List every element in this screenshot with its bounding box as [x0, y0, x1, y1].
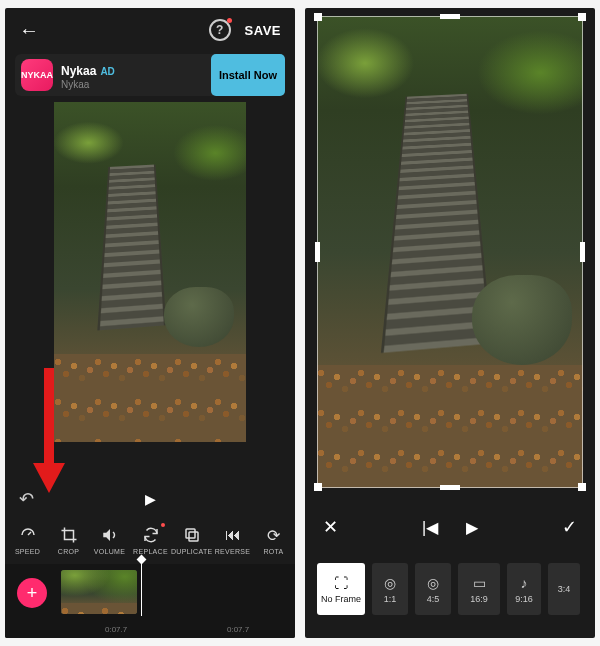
prev-frame-icon[interactable]: |◀: [422, 518, 438, 537]
ratio-4-5[interactable]: ◎ 4:5: [415, 563, 451, 615]
tool-replace[interactable]: REPLACE: [130, 525, 171, 555]
edit-toolbar: SPEED CROP VOLUME REPLACE DUPLICATE ⏮REV…: [5, 516, 295, 564]
ad-subtitle: Nykaa: [61, 79, 211, 90]
crop-handle-t[interactable]: [440, 14, 460, 19]
volume-icon: [89, 525, 130, 545]
save-button[interactable]: SAVE: [245, 23, 281, 38]
duplicate-icon: [171, 525, 212, 545]
top-bar: ← ? SAVE: [5, 8, 295, 52]
video-preview[interactable]: [54, 102, 246, 442]
ratio-1-1[interactable]: ◎ 1:1: [372, 563, 408, 615]
back-icon[interactable]: ←: [19, 19, 39, 42]
crop-handle-b[interactable]: [440, 485, 460, 490]
confirm-icon[interactable]: ✓: [562, 516, 577, 538]
ad-tag: AD: [100, 66, 114, 77]
instagram-icon: ◎: [427, 575, 439, 591]
aspect-ratio-bar: ⛶ No Frame ◎ 1:1 ◎ 4:5 ▭ 16:9 ♪ 9:16 3:4: [305, 558, 595, 620]
crop-handle-bl[interactable]: [314, 483, 322, 491]
play-icon[interactable]: ▶: [145, 491, 156, 507]
tool-volume[interactable]: VOLUME: [89, 525, 130, 555]
speed-icon: [7, 525, 48, 545]
playhead[interactable]: [141, 558, 142, 616]
crop-icon: [48, 525, 89, 545]
play-icon[interactable]: ▶: [466, 518, 478, 537]
timestamp-start: 0:07.7: [105, 625, 127, 634]
crop-handle-tr[interactable]: [578, 13, 586, 21]
crop-preview[interactable]: [317, 16, 583, 488]
ratio-16-9[interactable]: ▭ 16:9: [458, 563, 500, 615]
tool-duplicate[interactable]: DUPLICATE: [171, 525, 212, 555]
tool-rotate[interactable]: ⟳ROTA: [253, 525, 294, 555]
crop-handle-tl[interactable]: [314, 13, 322, 21]
instagram-icon: ◎: [384, 575, 396, 591]
tool-speed[interactable]: SPEED: [7, 525, 48, 555]
tool-crop[interactable]: CROP: [48, 525, 89, 555]
tiktok-icon: ♪: [521, 575, 528, 591]
cancel-icon[interactable]: ✕: [323, 516, 338, 538]
svg-rect-0: [189, 532, 198, 541]
ad-banner[interactable]: NYKAA NykaaAD Nykaa Install Now: [15, 54, 285, 96]
crop-frame[interactable]: [317, 16, 583, 488]
ratio-3-4[interactable]: 3:4: [548, 563, 580, 615]
ad-title: Nykaa: [61, 64, 96, 78]
ad-text: NykaaAD Nykaa: [61, 61, 211, 90]
annotation-arrow: [33, 368, 65, 498]
ratio-noframe[interactable]: ⛶ No Frame: [317, 563, 365, 615]
add-clip-button[interactable]: +: [17, 578, 47, 608]
ad-app-icon: NYKAA: [21, 59, 53, 91]
undo-icon[interactable]: ↶: [19, 488, 34, 510]
ratio-9-16[interactable]: ♪ 9:16: [507, 563, 541, 615]
timeline[interactable]: + 0:07.7 0:07.7: [5, 564, 295, 638]
tool-reverse[interactable]: ⏮REVERSE: [212, 525, 253, 555]
rotate-icon: ⟳: [253, 525, 294, 545]
crop-screen: ✕ |◀ ▶ ✓ ⛶ No Frame ◎ 1:1 ◎ 4:5 ▭ 16:9 ♪…: [305, 8, 595, 638]
youtube-icon: ▭: [473, 575, 486, 591]
svg-rect-1: [186, 529, 195, 538]
crop-handle-r[interactable]: [580, 242, 585, 262]
help-icon[interactable]: ?: [209, 19, 231, 41]
timestamp-end: 0:07.7: [227, 625, 249, 634]
replace-icon: [130, 525, 171, 545]
install-button[interactable]: Install Now: [211, 54, 285, 96]
crop-handle-l[interactable]: [315, 242, 320, 262]
crop-controls: ✕ |◀ ▶ ✓: [305, 504, 595, 550]
crop-handle-br[interactable]: [578, 483, 586, 491]
noframe-icon: ⛶: [334, 575, 348, 591]
reverse-icon: ⏮: [212, 525, 253, 545]
editor-screen-main: ← ? SAVE NYKAA NykaaAD Nykaa Install Now…: [5, 8, 295, 638]
timeline-clip[interactable]: [61, 570, 137, 614]
